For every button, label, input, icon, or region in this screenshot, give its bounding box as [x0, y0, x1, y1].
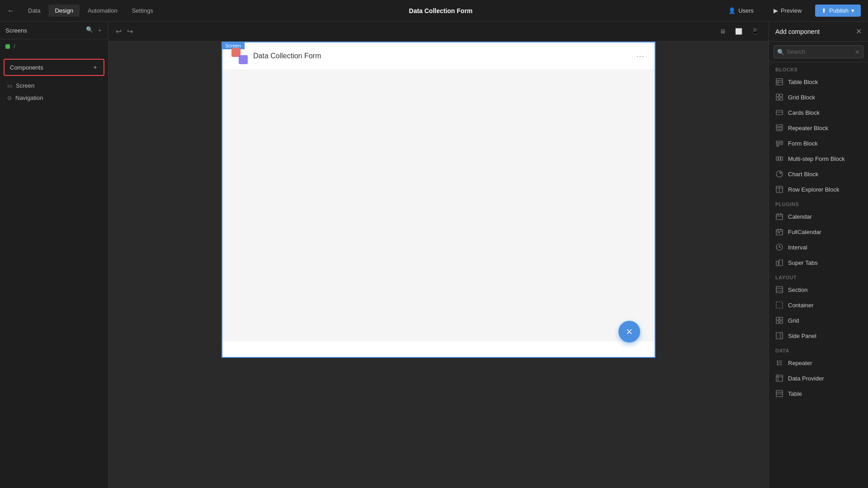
component-item-interval[interactable]: Interval — [769, 239, 868, 255]
component-item-label: Grid — [788, 317, 799, 324]
right-panel: Add component ✕ 🔍 ✕ BLOCKSTable BlockGri… — [769, 22, 868, 488]
component-item-label: Repeater Block — [788, 125, 828, 131]
component-item-form-block[interactable]: Form Block — [769, 136, 868, 151]
component-item-cards-block[interactable]: Cards Block — [769, 105, 868, 120]
component-item-label: Side Panel — [788, 333, 816, 339]
svg-rect-23 — [776, 214, 783, 220]
section-title-blocks: BLOCKS — [769, 62, 868, 74]
component-item-row-explorer-block[interactable]: Row Explorer Block — [769, 182, 868, 197]
container-icon — [775, 301, 783, 309]
component-item-fullcalendar[interactable]: FullCalendar — [769, 224, 868, 239]
svg-rect-42 — [780, 317, 783, 320]
redo-button[interactable]: ↪ — [127, 27, 133, 36]
desktop-view-button[interactable]: 🖥 — [716, 25, 729, 38]
svg-rect-43 — [776, 321, 779, 324]
component-item-super-tabs[interactable]: Super Tabs — [769, 255, 868, 270]
top-nav: ← Data Design Automation Settings Data C… — [0, 0, 868, 22]
tree-item-navigation[interactable]: ⊙ Navigation — [0, 92, 108, 104]
cards-icon — [775, 108, 783, 117]
svg-rect-16 — [776, 157, 778, 160]
publish-button[interactable]: ⬆ Publish ▾ — [815, 5, 861, 17]
section-icon — [775, 286, 783, 294]
component-item-grid[interactable]: Grid — [769, 313, 868, 328]
svg-rect-10 — [776, 125, 783, 127]
toolbar-left: ↩ ↪ — [116, 27, 133, 36]
component-item-multi-step-form-block[interactable]: Multi-step Form Block — [769, 151, 868, 166]
repeaterdata-icon — [775, 359, 783, 367]
canvas-body — [222, 70, 655, 341]
component-item-data-provider[interactable]: Data Provider — [769, 371, 868, 386]
section-title-layout: LAYOUT — [769, 270, 868, 282]
mobile-view-button[interactable]: 📱 — [749, 25, 761, 38]
users-button[interactable]: 👤 Users — [722, 5, 760, 17]
logo-sq2 — [239, 55, 248, 64]
section-title-data: DATA — [769, 343, 868, 355]
main-layout: Screens 🔍 ＋ / Components ＋ ▭ Screen ⊙ — [0, 22, 868, 488]
chart-icon — [775, 170, 783, 178]
search-input[interactable] — [774, 45, 863, 58]
tree-item-screen[interactable]: ▭ Screen — [0, 80, 108, 92]
undo-button[interactable]: ↩ — [116, 27, 122, 36]
tab-settings[interactable]: Settings — [126, 5, 160, 17]
svg-rect-41 — [776, 317, 779, 320]
svg-rect-36 — [779, 260, 783, 266]
component-item-grid-block[interactable]: Grid Block — [769, 89, 868, 105]
component-item-label: Interval — [788, 244, 807, 251]
component-item-repeater-block[interactable]: Repeater Block — [769, 120, 868, 136]
component-item-repeater[interactable]: Repeater — [769, 355, 868, 371]
svg-point-49 — [777, 362, 778, 364]
tablet-view-button[interactable]: ⬜ — [732, 25, 745, 38]
search-icon: 🔍 — [777, 48, 784, 55]
supertabs-icon — [775, 258, 783, 267]
close-panel-button[interactable]: ✕ — [856, 27, 862, 36]
tab-automation[interactable]: Automation — [81, 5, 124, 17]
component-item-section[interactable]: Section — [769, 282, 868, 297]
component-item-table[interactable]: Table — [769, 386, 868, 401]
tabledata-icon — [775, 389, 783, 398]
screen-item-root[interactable]: / — [0, 39, 108, 53]
components-title: Components — [10, 64, 43, 71]
component-item-calendar[interactable]: Calendar — [769, 209, 868, 224]
screens-header: Screens 🔍 ＋ — [0, 22, 108, 39]
tab-design[interactable]: Design — [48, 5, 79, 17]
nav-tabs: Data Design Automation Settings — [22, 5, 160, 17]
rowexplorer-icon — [775, 185, 783, 193]
svg-rect-31 — [778, 232, 778, 233]
component-item-chart-block[interactable]: Chart Block — [769, 166, 868, 182]
component-item-container[interactable]: Container — [769, 297, 868, 313]
gridlayout-icon — [775, 316, 783, 324]
canvas-toolbar: ↩ ↪ 🖥 ⬜ 📱 — [108, 22, 769, 42]
fab-add-button[interactable]: × — [618, 321, 640, 343]
component-tree: ▭ Screen ⊙ Navigation — [0, 78, 108, 106]
canvas-frame-wrapper: Screen Data Collection Form ⋯ × — [108, 42, 769, 488]
right-actions: 👤 Users ▶ Preview ⬆ Publish ▾ — [722, 5, 861, 17]
search-icon[interactable]: 🔍 — [86, 26, 93, 34]
preview-icon: ▶ — [774, 7, 778, 14]
tab-data[interactable]: Data — [22, 5, 47, 17]
add-screen-icon[interactable]: ＋ — [97, 26, 103, 34]
back-button[interactable]: ← — [7, 7, 14, 15]
canvas-frame: Screen Data Collection Form ⋯ × — [222, 42, 656, 358]
svg-rect-7 — [780, 98, 783, 100]
component-item-table-block[interactable]: Table Block — [769, 74, 868, 89]
svg-rect-18 — [781, 157, 783, 160]
grid-icon — [775, 93, 783, 101]
component-item-label: Calendar — [788, 213, 812, 220]
screens-icons: 🔍 ＋ — [86, 26, 103, 34]
add-component-icon[interactable]: ＋ — [92, 63, 98, 71]
panel-title: Add component — [775, 28, 820, 35]
component-item-label: Cards Block — [788, 109, 820, 116]
publish-icon: ⬆ — [821, 7, 826, 14]
component-item-side-panel[interactable]: Side Panel — [769, 328, 868, 343]
calendar-icon — [775, 212, 783, 221]
clear-search-icon[interactable]: ✕ — [855, 48, 860, 55]
preview-button[interactable]: ▶ Preview — [767, 5, 808, 17]
svg-point-47 — [777, 361, 778, 362]
dots-menu-icon[interactable]: ⋯ — [636, 51, 646, 61]
canvas-page-title: Data Collection Form — [253, 52, 321, 60]
component-item-label: Table — [788, 390, 802, 397]
screen-tree-icon: ▭ — [7, 83, 12, 89]
svg-rect-4 — [776, 94, 779, 97]
svg-rect-0 — [776, 79, 783, 85]
component-item-label: Chart Block — [788, 171, 818, 178]
